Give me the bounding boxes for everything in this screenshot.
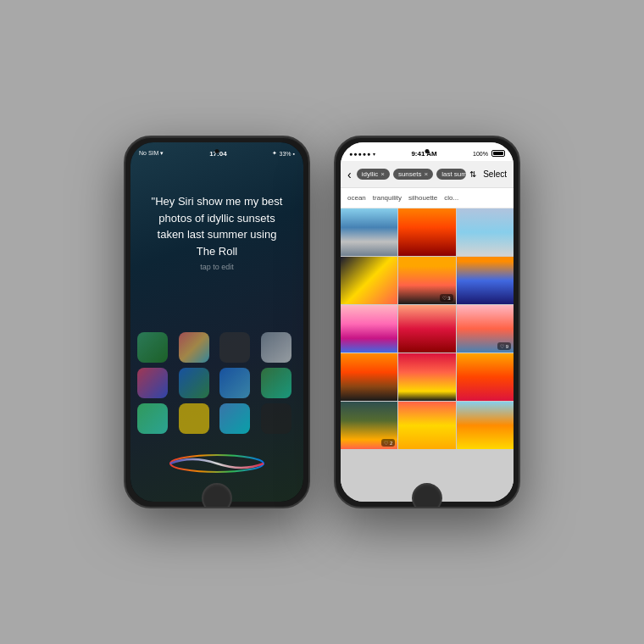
photo-badge-5: ♡ 3 (440, 294, 453, 302)
photo-cell-12[interactable] (457, 353, 514, 401)
messages-icon (137, 403, 168, 434)
photos-icon (179, 332, 209, 363)
phone-icon (261, 368, 291, 398)
phone-photos: ●●●●● ▾ 9:41 AM 100% ‹ idyllic (334, 136, 520, 508)
safari-icon (179, 368, 209, 398)
weather-icon (219, 403, 250, 434)
photo-cell-3[interactable] (457, 208, 514, 256)
mail-icon (219, 368, 250, 398)
photo-cell-13[interactable]: ♡ 2 (341, 402, 397, 449)
phone-siri: No SIM ▾ 17:04 ✦ 33% ▪ (124, 136, 310, 508)
battery-status-2: 100% (473, 150, 505, 157)
photo-cell-7[interactable] (341, 305, 397, 353)
photo-search-bar: ‹ idyllic × sunsets × last summ ⇅ Select (341, 161, 514, 188)
photo-cell-6[interactable] (457, 257, 514, 304)
tag-tranquility[interactable]: tranquility (373, 194, 402, 202)
tag-sunsets[interactable]: sunsets × (393, 169, 433, 180)
siri-wave (130, 451, 303, 476)
tag-clo[interactable]: clo... (444, 194, 458, 202)
battery-icon: ▪ (293, 151, 295, 157)
home-button-photos[interactable] (412, 483, 442, 508)
clock-icon (261, 403, 291, 434)
photo-cell-2[interactable] (398, 208, 455, 256)
siri-screen: No SIM ▾ 17:04 ✦ 33% ▪ (130, 142, 303, 502)
photo-cell-8[interactable] (398, 305, 455, 353)
photo-screen: ●●●●● ▾ 9:41 AM 100% ‹ idyllic (341, 142, 514, 502)
siri-edit-hint: tap to edit (147, 263, 286, 271)
battery-status: ✦ 33% ▪ (272, 150, 295, 157)
related-tags-bar: ocean tranquility silhouette clo... (341, 188, 514, 208)
photo-cell-14[interactable] (398, 402, 455, 449)
camera-dot (215, 149, 219, 153)
signal-status: ●●●●● ▾ (349, 151, 375, 157)
photo-cell-11[interactable] (398, 353, 455, 401)
camera-icon (219, 332, 250, 363)
back-button[interactable]: ‹ (347, 168, 352, 181)
carrier-status: No SIM ▾ (139, 150, 164, 157)
siri-quote-container: "Hey Siri show me my best photos of idyl… (130, 193, 303, 271)
tag-ocean[interactable]: ocean (347, 194, 366, 202)
scene: No SIM ▾ 17:04 ✦ 33% ▪ (124, 136, 520, 508)
settings-icon (261, 332, 291, 363)
select-button[interactable]: Select (483, 169, 507, 179)
tag-idyllic[interactable]: idyllic × (357, 169, 390, 180)
photo-grid: ♡ 3 ♡ 9 ♡ 2 (341, 208, 514, 502)
maps-icon (137, 332, 168, 363)
tag-silhouette[interactable]: silhouette (408, 194, 437, 202)
photo-badge-13: ♡ 2 (381, 439, 395, 447)
music-icon (137, 368, 168, 398)
photo-badge-9: ♡ 9 (497, 342, 511, 350)
home-button-siri[interactable] (202, 483, 232, 508)
photo-cell-1[interactable] (341, 208, 397, 256)
photo-cell-15[interactable] (457, 402, 514, 449)
photo-cell-9[interactable]: ♡ 9 (457, 305, 514, 353)
photo-cell-10[interactable] (341, 353, 397, 401)
photo-cell-5[interactable]: ♡ 3 (398, 257, 455, 304)
battery-icon-2 (491, 150, 505, 157)
notes-icon (179, 403, 209, 434)
siri-quote-text: "Hey Siri show me my best photos of idyl… (147, 193, 286, 259)
sort-icon[interactable]: ⇅ (469, 169, 476, 179)
app-icons-grid (130, 332, 303, 434)
camera-dot-2 (425, 149, 430, 153)
tag-last-summer[interactable]: last summ (436, 169, 466, 180)
bluetooth-icon: ✦ (272, 150, 277, 157)
photo-cell-4[interactable] (341, 257, 397, 304)
